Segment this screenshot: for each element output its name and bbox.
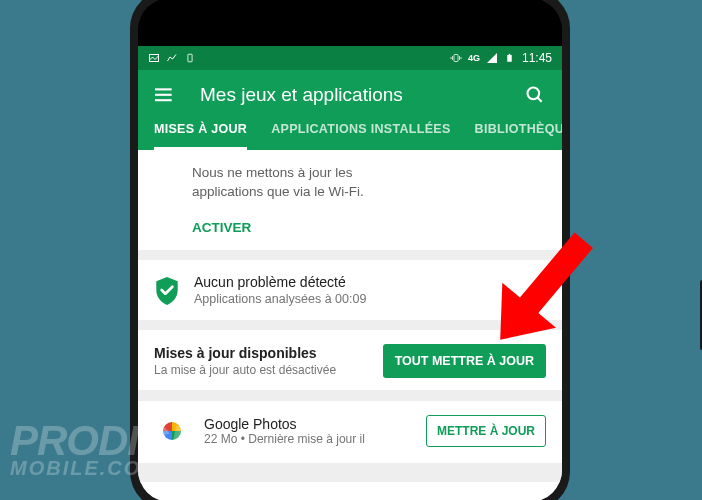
wifi-info-card: Nous ne mettons à jour les applications … — [138, 150, 562, 250]
page-title: Mes jeux et applications — [200, 84, 500, 106]
shield-icon — [154, 276, 180, 306]
tab-library[interactable]: BIBLIOTHÈQUE — [475, 122, 562, 150]
svg-rect-9 — [155, 88, 172, 90]
svg-rect-2 — [454, 55, 458, 62]
protect-title: Aucun problème détecté — [194, 274, 366, 290]
app-header: Mes jeux et applications MISES À JOUR AP… — [138, 70, 562, 150]
signal-icon — [486, 52, 498, 64]
google-photos-icon — [154, 413, 190, 449]
search-icon[interactable] — [524, 84, 546, 106]
battery-icon — [504, 52, 516, 64]
update-button[interactable]: METTRE À JOUR — [426, 415, 546, 447]
app-name: Google Photos — [204, 416, 412, 432]
menu-icon[interactable] — [154, 84, 176, 106]
wifi-info-line1: Nous ne mettons à jour les — [192, 164, 546, 183]
content-area: Nous ne mettons à jour les applications … — [138, 150, 562, 482]
svg-rect-11 — [155, 99, 172, 101]
tabs: MISES À JOUR APPLICATIONS INSTALLÉES BIB… — [154, 122, 546, 150]
update-all-button[interactable]: TOUT METTRE À JOUR — [383, 344, 546, 378]
tab-installed[interactable]: APPLICATIONS INSTALLÉES — [271, 122, 450, 150]
protect-subtitle: Applications analysées à 00:09 — [194, 292, 366, 306]
svg-line-13 — [538, 98, 542, 102]
wifi-info-line2: applications que via le Wi-Fi. — [192, 183, 546, 202]
updates-subtitle: La mise à jour auto est désactivée — [154, 363, 336, 377]
chart-icon — [166, 52, 178, 64]
svg-point-12 — [528, 88, 540, 100]
image-icon — [148, 52, 160, 64]
app-meta: 22 Mo • Dernière mise à jour il — [204, 432, 412, 446]
updates-header: Mises à jour disponibles La mise à jour … — [154, 344, 546, 378]
svg-rect-10 — [155, 94, 172, 96]
updates-title: Mises à jour disponibles — [154, 345, 336, 361]
svg-rect-7 — [508, 55, 513, 62]
network-label: 4G — [468, 53, 480, 63]
play-protect-card[interactable]: Aucun problème détecté Applications anal… — [138, 260, 562, 320]
status-bar: 4G 11:45 — [138, 46, 562, 70]
tab-updates[interactable]: MISES À JOUR — [154, 122, 247, 150]
clock: 11:45 — [522, 51, 552, 65]
activate-button[interactable]: ACTIVER — [192, 220, 251, 235]
svg-rect-8 — [509, 54, 511, 55]
app-row-google-photos[interactable]: Google Photos 22 Mo • Dernière mise à jo… — [138, 400, 562, 463]
device-icon — [184, 52, 196, 64]
vibrate-icon — [450, 52, 462, 64]
svg-rect-1 — [188, 54, 192, 62]
